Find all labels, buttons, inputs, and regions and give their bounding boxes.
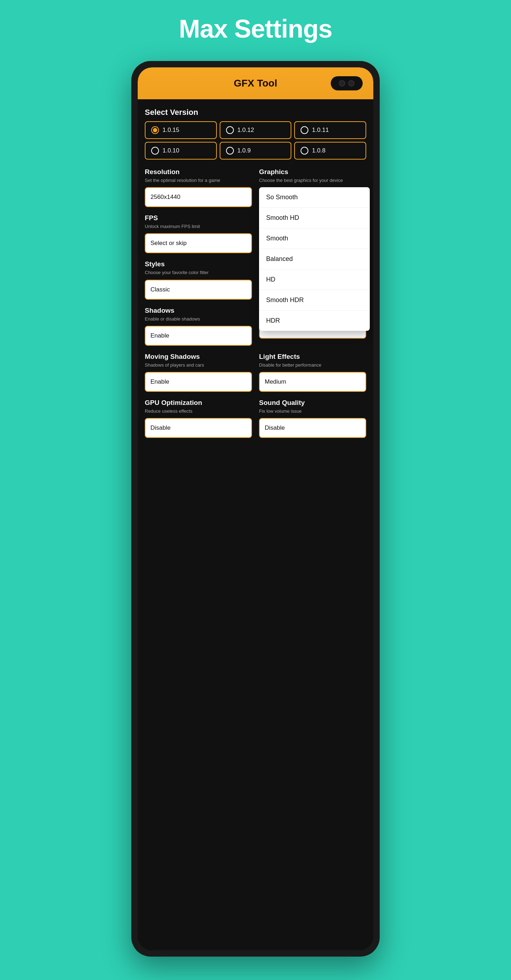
version-label-2: 1.0.12 — [237, 127, 254, 134]
styles-label: Styles — [145, 260, 252, 268]
shadows-desc: Enable or disable shadows — [145, 316, 252, 322]
radio-6 — [300, 147, 308, 154]
version-label-3: 1.0.11 — [312, 127, 329, 134]
camera-lens-2 — [348, 80, 355, 86]
graphics-label: Graphics — [259, 168, 366, 176]
version-option-2[interactable]: 1.0.12 — [220, 121, 292, 139]
light-effects-value: Medium — [265, 378, 286, 385]
version-label-5: 1.0.9 — [237, 147, 251, 154]
fps-value: Select or skip — [150, 240, 187, 247]
phone-screen: GFX Tool Select Version 1.0.15 1.0.12 — [138, 67, 373, 950]
gpu-optimization-desc: Reduce useless effects — [145, 408, 252, 414]
version-label-6: 1.0.8 — [312, 147, 326, 154]
shadows-input[interactable]: Enable — [145, 326, 252, 346]
dropdown-item-so-smooth[interactable]: So Smooth — [259, 187, 370, 208]
dropdown-item-smooth-hd[interactable]: Smooth HD — [259, 208, 370, 228]
light-effects-group: Light Effects Disable for better perform… — [259, 353, 366, 392]
fps-desc: Unlock maximum FPS limit — [145, 223, 252, 230]
moving-shadows-desc: Shadows of players and cars — [145, 362, 252, 368]
shadows-group: Shadows Enable or disable shadows Enable — [145, 307, 252, 346]
resolution-group: Resolution Set the optimal resolution fo… — [145, 168, 252, 207]
styles-input[interactable]: Classic — [145, 280, 252, 300]
styles-group: Styles Choose your favorite color filter… — [145, 260, 252, 299]
radio-3 — [300, 126, 308, 134]
version-option-1[interactable]: 1.0.15 — [145, 121, 217, 139]
resolution-graphics-row: Resolution Set the optimal resolution fo… — [145, 168, 366, 207]
fps-label: FPS — [145, 214, 252, 222]
radio-4 — [151, 147, 159, 154]
dropdown-item-smooth[interactable]: Smooth — [259, 228, 370, 249]
moving-shadows-light-row: Moving Shadows Shadows of players and ca… — [145, 353, 366, 392]
camera-bump — [331, 76, 362, 91]
resolution-desc: Set the optimal resolution for a game — [145, 177, 252, 184]
phone-topbar: GFX Tool — [138, 67, 373, 99]
phone-content: Select Version 1.0.15 1.0.12 1.0.11 1.0.… — [138, 99, 373, 950]
version-option-3[interactable]: 1.0.11 — [294, 121, 366, 139]
gpu-optimization-group: GPU Optimization Reduce useless effects … — [145, 399, 252, 438]
sound-quality-label: Sound Quality — [259, 399, 366, 407]
gpu-sound-row: GPU Optimization Reduce useless effects … — [145, 399, 366, 438]
dropdown-item-balanced[interactable]: Balanced — [259, 249, 370, 269]
shadows-value: Enable — [150, 332, 169, 339]
app-title: GFX Tool — [234, 78, 277, 89]
sound-quality-input[interactable]: Disable — [259, 418, 366, 438]
resolution-input[interactable]: 2560x1440 — [145, 187, 252, 207]
moving-shadows-input[interactable]: Enable — [145, 372, 252, 392]
radio-2 — [226, 126, 234, 134]
moving-shadows-group: Moving Shadows Shadows of players and ca… — [145, 353, 252, 392]
phone-mockup: GFX Tool Select Version 1.0.15 1.0.12 — [131, 61, 380, 956]
light-effects-input[interactable]: Medium — [259, 372, 366, 392]
light-effects-desc: Disable for better performance — [259, 362, 366, 368]
fps-group: FPS Unlock maximum FPS limit Select or s… — [145, 214, 252, 253]
page-title: Max Settings — [179, 14, 332, 43]
gpu-optimization-value: Disable — [150, 425, 171, 431]
graphics-desc: Choose the best graphics for your device — [259, 177, 366, 184]
gpu-optimization-input[interactable]: Disable — [145, 418, 252, 438]
light-effects-label: Light Effects — [259, 353, 366, 361]
radio-5 — [226, 147, 234, 154]
dropdown-item-hdr[interactable]: HDR — [259, 310, 370, 331]
moving-shadows-value: Enable — [150, 378, 169, 385]
version-option-5[interactable]: 1.0.9 — [220, 142, 292, 159]
radio-1 — [151, 126, 159, 134]
version-label-1: 1.0.15 — [163, 127, 179, 134]
graphics-group: Graphics Choose the best graphics for yo… — [259, 168, 366, 207]
version-option-6[interactable]: 1.0.8 — [294, 142, 366, 159]
version-option-4[interactable]: 1.0.10 — [145, 142, 217, 159]
version-grid: 1.0.15 1.0.12 1.0.11 1.0.10 1.0.9 — [145, 121, 366, 159]
version-label-4: 1.0.10 — [163, 147, 179, 154]
dropdown-item-smooth-hdr[interactable]: Smooth HDR — [259, 290, 370, 310]
moving-shadows-label: Moving Shadows — [145, 353, 252, 361]
gpu-optimization-label: GPU Optimization — [145, 399, 252, 407]
sound-quality-value: Disable — [265, 425, 285, 431]
version-section-title: Select Version — [145, 108, 366, 117]
camera-lens-1 — [339, 80, 345, 86]
styles-value: Classic — [150, 286, 170, 293]
resolution-value: 2560x1440 — [150, 194, 180, 200]
sound-quality-group: Sound Quality Fix low volume issue Disab… — [259, 399, 366, 438]
resolution-label: Resolution — [145, 168, 252, 176]
dropdown-item-hd[interactable]: HD — [259, 269, 370, 290]
styles-desc: Choose your favorite color filter — [145, 269, 252, 276]
graphics-dropdown[interactable]: So Smooth Smooth HD Smooth Balanced HD S… — [259, 187, 370, 331]
sound-quality-desc: Fix low volume issue — [259, 408, 366, 414]
shadows-label: Shadows — [145, 307, 252, 315]
fps-input[interactable]: Select or skip — [145, 233, 252, 253]
